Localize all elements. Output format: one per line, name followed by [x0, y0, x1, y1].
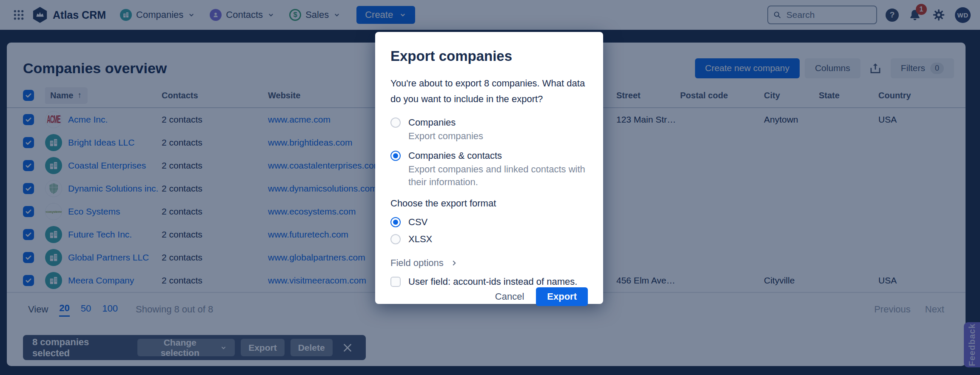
field-options-label: Field options: [390, 258, 444, 269]
export-option-companies[interactable]: Companies Export companies: [390, 116, 588, 143]
format-label: XLSX: [408, 233, 432, 246]
radio-selected-icon[interactable]: [390, 217, 401, 227]
modal-description: You're about to export 8 companies. What…: [390, 75, 588, 107]
format-heading: Choose the export format: [390, 198, 588, 209]
cancel-button[interactable]: Cancel: [487, 287, 533, 306]
option-description: Export companies: [408, 130, 483, 143]
format-option-xlsx[interactable]: XLSX: [390, 233, 588, 246]
export-button[interactable]: Export: [536, 287, 588, 306]
modal-footer: Cancel Export: [390, 287, 588, 306]
radio-unselected-icon[interactable]: [390, 117, 401, 128]
radio-selected-icon[interactable]: [390, 151, 401, 161]
option-description: Export companies and linked contacts wit…: [408, 163, 588, 189]
option-label: Companies: [408, 116, 483, 129]
app-screen: Atlas CRM Companies Contacts $ Sales: [0, 0, 980, 375]
export-option-companies-contacts[interactable]: Companies & contacts Export companies an…: [390, 149, 588, 189]
field-options-toggle[interactable]: Field options: [390, 258, 588, 269]
radio-unselected-icon[interactable]: [390, 234, 401, 244]
option-label: Companies & contacts: [408, 149, 588, 162]
user-field-label: User field: account-ids instead of names…: [408, 276, 577, 287]
checkbox-unchecked-icon[interactable]: [390, 277, 401, 287]
export-companies-modal: Export companies You're about to export …: [375, 32, 603, 304]
format-label: CSV: [408, 216, 427, 229]
chevron-right-icon: [450, 259, 458, 267]
modal-title: Export companies: [390, 48, 588, 64]
user-field-option[interactable]: User field: account-ids instead of names…: [390, 276, 588, 287]
format-option-csv[interactable]: CSV: [390, 216, 588, 229]
